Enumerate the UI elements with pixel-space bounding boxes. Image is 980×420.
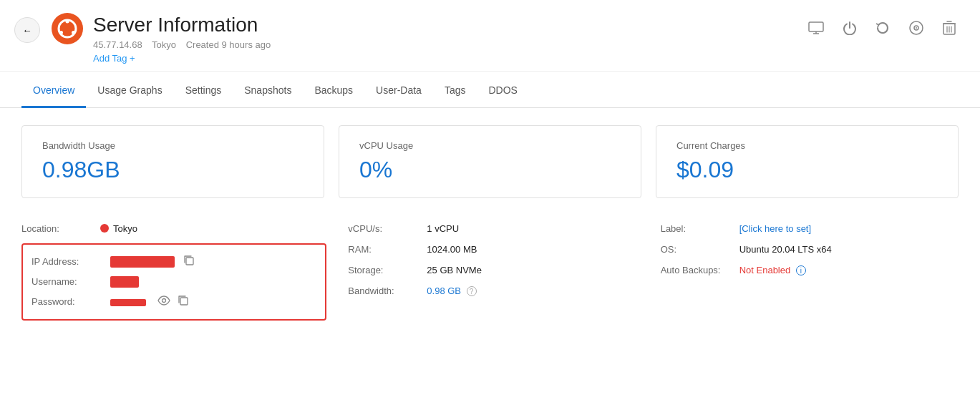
- label-value[interactable]: [Click here to set]: [739, 223, 811, 234]
- tab-overview[interactable]: Overview: [21, 74, 86, 108]
- info-middle: vCPU/s: 1 vCPU RAM: 1024.00 MB Storage: …: [334, 218, 646, 321]
- navigation-tabs: Overview Usage Graphs Settings Snapshots…: [0, 74, 980, 108]
- autobackups-key: Auto Backups:: [661, 265, 739, 275]
- bandwidth-info-value: 0.98 GB ?: [427, 285, 476, 297]
- vcpu-value: 0%: [359, 157, 621, 183]
- storage-key: Storage:: [348, 265, 427, 275]
- main-content: Bandwidth Usage 0.98GB vCPU Usage 0% Cur…: [0, 108, 980, 338]
- storage-row: Storage: 25 GB NVMe: [348, 260, 639, 280]
- tab-ddos[interactable]: DDOS: [477, 74, 528, 108]
- power-icon: [843, 21, 857, 39]
- autobackups-row: Auto Backups: Not Enabled i: [661, 260, 951, 281]
- username-key: Username:: [31, 276, 110, 287]
- vcpus-key: vCPU/s:: [348, 223, 427, 234]
- page-title: Server Information: [93, 13, 805, 37]
- console-button[interactable]: [805, 19, 827, 41]
- tab-tags[interactable]: Tags: [433, 74, 477, 108]
- tab-settings[interactable]: Settings: [174, 74, 233, 108]
- vcpu-card: vCPU Usage 0%: [339, 125, 641, 198]
- header-actions: [805, 13, 959, 42]
- ip-key: IP Address:: [31, 256, 110, 267]
- os-logo: [52, 13, 83, 44]
- server-ip: 45.77.14.68: [93, 39, 142, 50]
- server-location: Tokyo: [152, 39, 176, 50]
- ip-redacted: [110, 256, 175, 268]
- bandwidth-info-row: Bandwidth: 0.98 GB ?: [348, 280, 639, 302]
- add-tag-button[interactable]: Add Tag +: [93, 53, 135, 64]
- autobackups-value: Not Enabled i: [739, 265, 806, 276]
- charges-card: Current Charges $0.09: [656, 125, 959, 198]
- charges-label: Current Charges: [676, 140, 938, 151]
- power-button[interactable]: [840, 18, 860, 41]
- server-meta: 45.77.14.68 Tokyo Created 9 hours ago: [93, 39, 805, 50]
- location-row: Location: Tokyo: [21, 218, 326, 239]
- svg-point-2: [59, 31, 63, 34]
- refresh-icon: [875, 21, 890, 39]
- iso-button[interactable]: [906, 17, 927, 42]
- tab-usage-graphs[interactable]: Usage Graphs: [86, 74, 173, 108]
- charges-value: $0.09: [676, 157, 938, 183]
- tab-backups[interactable]: Backups: [303, 74, 364, 108]
- storage-value: 25 GB NVMe: [427, 265, 482, 275]
- os-key: OS:: [661, 244, 739, 255]
- copy-ip-button[interactable]: [180, 253, 198, 270]
- tab-snapshots[interactable]: Snapshots: [233, 74, 303, 108]
- svg-rect-16: [186, 258, 193, 265]
- stats-row: Bandwidth Usage 0.98GB vCPU Usage 0% Cur…: [21, 125, 959, 198]
- bandwidth-label: Bandwidth Usage: [42, 140, 304, 151]
- page-header: ← Server Information 45.77.14.68 Tokyo C…: [0, 0, 980, 72]
- autobackups-info-icon[interactable]: i: [796, 265, 806, 275]
- location-key: Location:: [21, 223, 100, 234]
- bandwidth-card: Bandwidth Usage 0.98GB: [21, 125, 324, 198]
- ram-value: 1024.00 MB: [427, 244, 477, 255]
- iso-icon: [908, 20, 924, 39]
- password-redacted: [110, 299, 146, 306]
- label-row: Label: [Click here to set]: [661, 218, 951, 239]
- tab-user-data[interactable]: User-Data: [364, 74, 433, 108]
- eye-icon: [157, 296, 170, 308]
- bandwidth-question-icon[interactable]: ?: [467, 286, 477, 296]
- ram-row: RAM: 1024.00 MB: [348, 239, 639, 260]
- label-key: Label:: [661, 223, 739, 234]
- svg-point-3: [72, 31, 75, 34]
- restart-button[interactable]: [873, 18, 893, 41]
- ram-key: RAM:: [348, 244, 427, 255]
- copy-password-button[interactable]: [175, 293, 192, 311]
- os-row: OS: Ubuntu 20.04 LTS x64: [661, 239, 951, 260]
- server-title-block: Server Information 45.77.14.68 Tokyo Cre…: [93, 13, 805, 64]
- username-row: Username:: [31, 273, 316, 290]
- svg-point-9: [916, 27, 917, 29]
- delete-icon: [943, 20, 956, 39]
- username-redacted: [110, 276, 139, 288]
- vcpus-value: 1 vCPU: [427, 223, 459, 234]
- svg-point-17: [162, 298, 166, 302]
- password-key: Password:: [31, 296, 110, 307]
- server-created: Created 9 hours ago: [186, 39, 271, 50]
- bandwidth-info-key: Bandwidth:: [348, 285, 427, 296]
- os-value: Ubuntu 20.04 LTS x64: [739, 244, 832, 255]
- vcpu-label: vCPU Usage: [359, 140, 621, 151]
- copy-icon: [183, 256, 195, 268]
- location-dot: [100, 224, 109, 233]
- delete-button[interactable]: [940, 17, 959, 42]
- location-value: Tokyo: [113, 223, 137, 234]
- console-icon: [808, 21, 824, 38]
- copy-password-icon: [178, 296, 189, 308]
- info-left: Location: Tokyo IP Address:: [21, 218, 334, 321]
- info-grid: Location: Tokyo IP Address:: [21, 218, 959, 321]
- back-button[interactable]: ←: [14, 17, 40, 43]
- ip-row: IP Address:: [31, 250, 316, 273]
- svg-rect-4: [809, 22, 823, 31]
- show-password-button[interactable]: [155, 294, 173, 310]
- svg-point-1: [66, 20, 69, 24]
- svg-rect-18: [180, 298, 188, 305]
- vcpus-row: vCPU/s: 1 vCPU: [348, 218, 639, 239]
- password-row: Password:: [31, 290, 316, 313]
- bandwidth-value: 0.98GB: [42, 157, 304, 183]
- sensitive-info-box: IP Address: Username:: [21, 243, 326, 321]
- back-icon: ←: [22, 25, 31, 36]
- info-right: Label: [Click here to set] OS: Ubuntu 20…: [646, 218, 959, 321]
